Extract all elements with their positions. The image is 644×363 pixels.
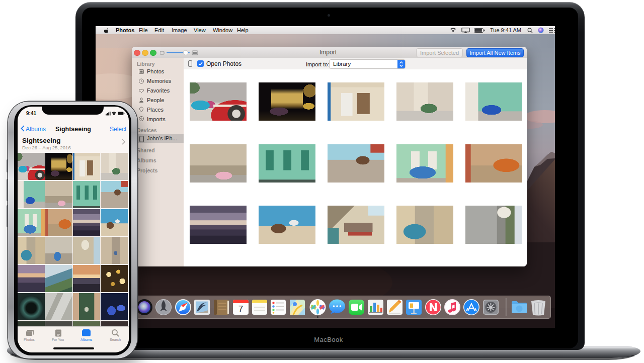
svg-text:7: 7 <box>238 304 243 314</box>
